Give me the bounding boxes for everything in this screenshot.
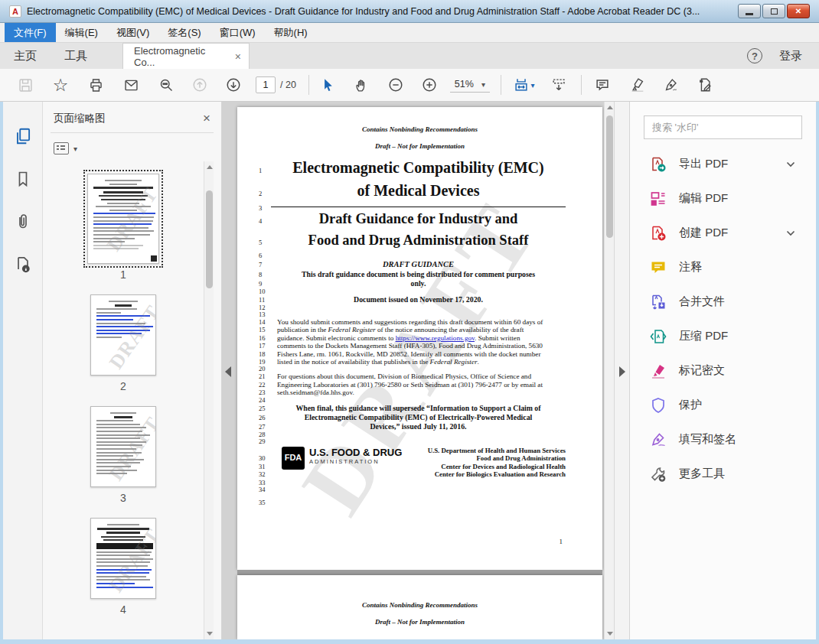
comment-icon [648,258,668,278]
previous-page-button[interactable] [190,75,210,95]
fountain-pen-icon [663,76,680,93]
thumbnails-list: DRAFT1DRAFT2DRAFT3DRAFT4 [43,161,204,639]
bookmarks-rail-button[interactable] [11,168,34,190]
thumbnail-label: 1 [120,268,126,281]
chevron-down-icon[interactable] [785,228,796,239]
tab-home[interactable]: 主页 [0,43,51,69]
scroll-up-icon[interactable] [207,165,213,169]
tool-comment[interactable]: 注释 [630,250,816,285]
tool-combine-files[interactable]: 合并文件 [630,285,816,319]
doc-line: 25When final, this guidance will superse… [251,404,566,413]
save-button[interactable] [15,75,35,95]
help-icon[interactable]: ? [747,48,762,63]
line-number: 21 [251,372,271,380]
page-thumbnails-rail-button[interactable] [11,125,34,148]
line-number: 30313233 [251,454,271,486]
tab-document[interactable]: Electromagnetic Co... × [122,43,250,69]
tool-edit-pdf[interactable]: 编辑 PDF [630,181,816,216]
regulations-gov-link[interactable]: https://www.regulations.gov [396,334,475,342]
line-number: 8 [251,271,271,279]
scrolling-mode-button[interactable] [549,75,569,95]
fill-sign-tool-button[interactable] [661,75,681,95]
email-icon [123,77,139,93]
stamp-sign-tool-button[interactable] [695,75,715,95]
tool-export-pdf[interactable]: 导出 PDF [630,147,816,181]
document-scrollbar[interactable] [604,102,614,639]
search-tool-button[interactable] [156,75,176,95]
attachments-rail-button[interactable] [11,210,34,233]
tool-fill-sign[interactable]: 填写和签名 [630,422,816,457]
doc-line: 10 [251,288,566,295]
zoom-in-button[interactable] [419,75,439,95]
collapse-left-panel-icon[interactable] [225,366,231,377]
menu-sign[interactable]: 签名(S) [158,23,210,42]
scroll-down-icon[interactable] [207,632,213,636]
page1-header-1: Contains Nonbinding Recommendations [237,107,602,133]
thumbnails-options-caret-icon[interactable]: ▾ [73,145,77,153]
line-number: 29 [251,438,271,445]
favorite-button[interactable]: ☆ [51,75,70,95]
minimize-button[interactable] [738,4,761,18]
scroll-down-icon[interactable] [607,632,613,636]
thumbnails-panel-close-icon[interactable]: × [203,111,210,126]
tools-search-input[interactable] [644,115,802,139]
line-number: 17 [251,342,271,350]
document-info-rail-button[interactable] [11,253,34,276]
thumbnails-options-icon[interactable] [54,142,69,154]
highlight-tool-button[interactable] [628,75,648,95]
document-canvas: DRAFT Contains Nonbinding Recommendation… [222,102,614,639]
hand-tool-button[interactable] [352,75,372,95]
page-total-label: / 20 [280,80,296,90]
zoom-level-dropdown[interactable]: 51% ▾ [450,77,490,93]
email-button[interactable] [121,75,141,95]
tool-more-tools[interactable]: 更多工具 [630,457,816,491]
page-number-input[interactable] [256,76,276,93]
tool-redact[interactable]: 标记密文 [630,353,816,388]
thumbnail-page-2[interactable]: DRAFT [90,294,156,376]
scroll-thumb[interactable] [206,190,213,288]
print-button[interactable] [86,75,106,95]
select-tool-button[interactable] [318,75,338,95]
line-text: of Medical Devices [271,181,566,200]
tool-compress-pdf[interactable]: 压缩 PDF [630,319,816,353]
close-button[interactable]: ✕ [787,4,810,18]
menu-help[interactable]: 帮助(H) [265,23,317,42]
zoom-out-button[interactable] [386,75,406,95]
tools-panel: 导出 PDF编辑 PDF创建 PDF注释合并文件压缩 PDF标记密文保护填写和签… [629,102,816,639]
sign-in-button[interactable]: 登录 [779,49,802,63]
window-title: Electromagnetic Compatibility (EMC) of M… [27,6,738,17]
chevron-down-icon[interactable] [785,159,796,170]
scroll-thumb[interactable] [606,115,613,238]
zoom-caret-icon: ▾ [481,80,485,89]
menu-view[interactable]: 视图(V) [107,23,158,42]
fit-width-button[interactable]: ▾ [511,75,537,95]
tool-create-pdf[interactable]: 创建 PDF [630,216,816,250]
tab-tools[interactable]: 工具 [51,43,101,69]
scroll-up-icon[interactable] [607,106,613,109]
thumbnails-scrollbar[interactable] [204,161,214,639]
tool-protect[interactable]: 保护 [630,388,816,422]
line-number: 18 [251,350,271,358]
tool-label: 压缩 PDF [679,329,796,343]
thumbnail-page-1[interactable]: DRAFT [87,174,159,264]
menu-edit[interactable]: 编辑(E) [56,23,107,42]
line-text: listed in the notice of availability tha… [271,358,566,366]
doc-line: 6 [251,252,566,259]
thumbnail-page-3[interactable]: DRAFT [90,406,156,487]
line-number: 1 [251,161,271,181]
doc-line: 18Fishers Lane, rm. 1061, Rockville, MD … [251,350,566,358]
tab-close-icon[interactable]: × [235,50,241,63]
menu-window[interactable]: 窗口(W) [210,23,265,42]
expand-right-panel-icon[interactable] [619,366,625,377]
comment-tool-button[interactable] [592,75,612,95]
line-number: 35 [251,499,271,506]
menu-bar: 文件(F)编辑(E)视图(V)签名(S)窗口(W)帮助(H) [0,23,819,43]
thumbnail-page-4[interactable]: DRAFT [90,518,156,599]
thumbnails-panel: 页面缩略图 × ▾ DRAFT1DRAFT2DRAFT3DRAFT4 [43,102,222,639]
line-number: 15 [251,326,271,333]
line-text: Electromagnetic Compatibility (EMC) [271,158,566,177]
maximize-button[interactable] [762,4,785,18]
more-tools-icon [648,464,668,484]
menu-file[interactable]: 文件(F) [5,23,56,42]
next-page-button[interactable] [224,75,243,95]
